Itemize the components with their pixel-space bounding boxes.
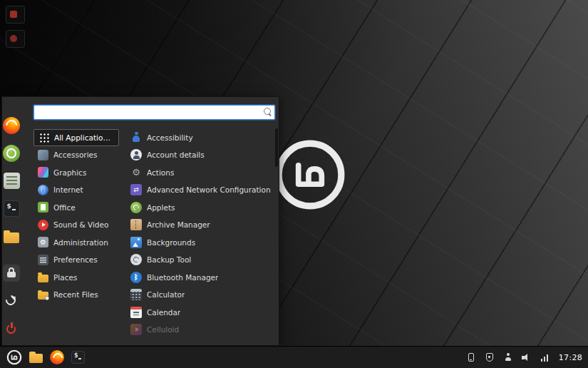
app-label: Actions [147,168,174,177]
app-label: Bluetooth Manager [147,273,218,282]
app-backgrounds[interactable]: Backgrounds [126,234,275,252]
actions-gear-icon [130,167,142,178]
search-input[interactable] [33,105,275,120]
category-label: Recent Files [53,290,98,299]
application-menu: All Applications Accessories Graphics In… [1,96,279,346]
applets-icon [130,202,142,213]
category-label: Office [53,203,76,212]
app-calculator[interactable]: Calculator [126,286,275,304]
category-label: Internet [53,185,83,194]
linux-mint-logo-watermark [274,138,346,211]
app-accessibility[interactable]: Accessibility [126,129,275,147]
app-label: Backgrounds [147,238,195,247]
app-label: Archive Manager [147,220,210,229]
scrollbar-thumb[interactable] [275,128,278,167]
app-archive-manager[interactable]: Archive Manager [126,216,275,234]
person-icon [504,353,512,362]
category-label: Administration [53,238,108,247]
menu-main: All Applications Accessories Graphics In… [21,97,280,345]
favorite-files[interactable] [2,228,21,246]
category-recent-files[interactable]: Recent Files [33,286,106,304]
favorite-terminal[interactable] [2,200,21,218]
folder-icon [29,354,43,363]
calendar-icon [130,307,142,318]
category-all-applications[interactable]: All Applications [33,129,119,147]
preferences-icon [38,255,48,265]
app-list-scrollbar [275,128,278,339]
category-label: Accessories [53,150,98,159]
category-label: Preferences [53,255,98,264]
tray-volume[interactable] [522,352,532,363]
recent-files-icon [38,292,48,300]
calculator-icon [130,289,142,300]
desktop-icon-1[interactable] [6,6,25,24]
office-icon [38,202,48,213]
graphics-icon [38,167,48,178]
restart-button[interactable] [2,292,21,310]
app-label: Applets [147,203,175,212]
network-signal-icon [541,354,550,362]
category-internet[interactable]: Internet [33,181,91,199]
mint-logo-icon [274,138,346,211]
app-account-details[interactable]: Account details [126,146,275,164]
category-administration[interactable]: Administration [33,234,116,252]
accessibility-icon [130,132,142,143]
taskbar-terminal[interactable] [68,347,88,367]
category-label: Places [53,273,77,282]
lock-screen-button[interactable] [2,264,21,282]
backup-tool-icon [130,254,142,265]
sound-video-icon [38,220,48,230]
software-manager-icon [3,145,20,162]
app-applets[interactable]: Applets [126,199,275,217]
places-folder-icon [38,275,48,282]
category-graphics[interactable]: Graphics [33,164,94,182]
bluetooth-icon [130,272,142,283]
tray-update-manager[interactable] [485,352,495,363]
app-advanced-network-configuration[interactable]: Advanced Network Configuration [126,181,275,199]
favorite-firefox[interactable] [2,116,21,135]
restart-icon [4,293,19,309]
category-office[interactable]: Office [33,199,83,217]
app-label: Advanced Network Configuration [147,185,271,194]
firefox-icon [3,117,20,134]
quit-button[interactable] [2,320,21,338]
app-label: Calendar [147,308,180,317]
application-list: Accessibility Account details Actions Ad… [126,129,275,346]
accessories-icon [38,150,48,160]
account-details-icon [130,149,142,160]
tray-user-applet[interactable] [503,352,513,363]
tray-device[interactable] [466,352,476,363]
internet-icon [38,185,48,195]
taskbar-firefox[interactable] [46,347,68,367]
category-preferences[interactable]: Preferences [33,251,105,269]
category-sound-video[interactable]: Sound & Video [33,216,116,234]
category-accessories[interactable]: Accessories [33,146,105,164]
favorite-software-manager[interactable] [2,144,21,163]
tray-network[interactable] [540,352,550,363]
favorite-system-settings[interactable] [2,172,21,190]
desktop-icon-2[interactable] [6,30,25,48]
system-tray [466,352,550,363]
app-backup-tool[interactable]: Backup Tool [126,251,275,269]
category-label: Graphics [53,168,86,177]
category-label: Sound & Video [53,220,108,229]
backgrounds-icon [130,237,142,248]
app-label: Account details [147,150,205,159]
app-bluetooth-manager[interactable]: Bluetooth Manager [126,269,275,287]
shield-icon [486,353,493,362]
lock-icon [3,265,20,282]
category-places[interactable]: Places [33,269,85,287]
menu-button[interactable] [3,347,26,367]
folder-icon [4,232,19,243]
app-calendar[interactable]: Calendar [126,304,275,322]
app-actions[interactable]: Actions [126,164,275,182]
celluloid-icon [130,324,142,335]
volume-icon [522,353,531,362]
menu-columns: All Applications Accessories Graphics In… [33,126,275,346]
terminal-icon [71,351,85,364]
clock[interactable]: 17:28 [559,353,582,362]
category-label: All Applications [54,133,110,142]
app-celluloid[interactable]: Celluloid [126,321,275,339]
taskbar-files[interactable] [26,347,46,367]
category-list: All Applications Accessories Graphics In… [33,129,119,346]
